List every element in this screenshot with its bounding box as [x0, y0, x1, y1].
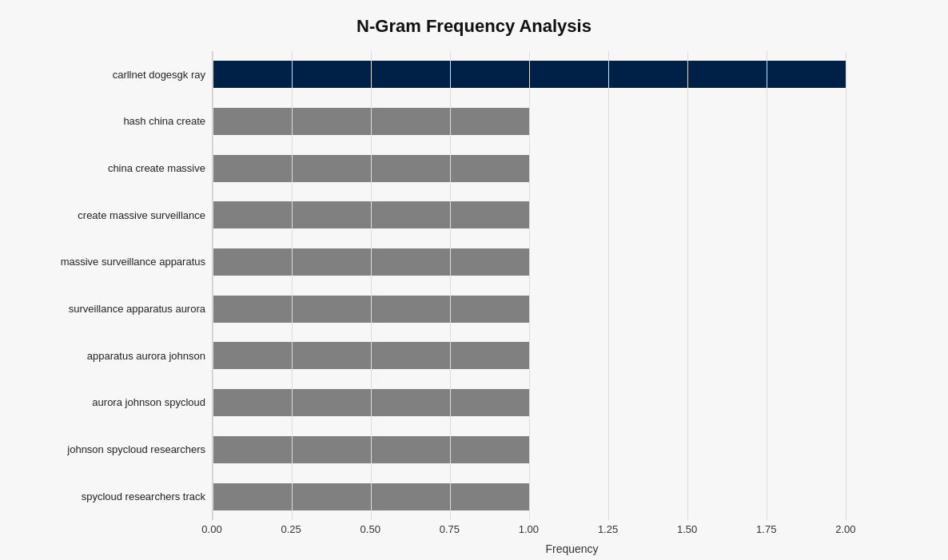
bar [213, 108, 529, 135]
x-tick: 0.75 [440, 523, 460, 535]
x-axis-label: Frequency [212, 542, 932, 555]
x-axis-inner: 0.000.250.500.751.001.251.501.752.00 Fre… [212, 523, 932, 560]
x-tick: 0.25 [281, 523, 301, 535]
bar-row [213, 339, 932, 372]
x-tick: 1.50 [677, 523, 697, 535]
bar [213, 296, 529, 323]
x-tick: 2.00 [835, 523, 855, 535]
y-label: johnson spycloud researchers [16, 443, 205, 456]
chart-container: N-Gram Frequency Analysis carllnet doges… [0, 0, 948, 560]
y-label: massive surveillance apparatus [16, 256, 205, 268]
x-axis-area: 0.000.250.500.751.001.251.501.752.00 Fre… [212, 520, 932, 560]
bar [213, 436, 529, 463]
bar [213, 483, 529, 510]
bar-row [213, 245, 932, 279]
bar-row [213, 58, 932, 91]
y-label: aurora johnson spycloud [16, 396, 205, 409]
bar-row [213, 433, 932, 467]
chart-area: carllnet dogesgk rayhash china createchi… [16, 51, 932, 560]
bars-section: carllnet dogesgk rayhash china createchi… [16, 51, 932, 520]
y-label: spycloud researchers track [16, 490, 205, 503]
x-ticks: 0.000.250.500.751.001.251.501.752.00 [212, 523, 932, 539]
bar [213, 248, 529, 276]
y-labels: carllnet dogesgk rayhash china createchi… [16, 51, 212, 520]
y-label: hash china create [16, 115, 205, 128]
bar [213, 61, 846, 88]
bar-row [213, 198, 932, 232]
bar-row [213, 292, 932, 326]
bar [213, 155, 529, 182]
y-label: surveillance apparatus aurora [16, 303, 205, 316]
x-tick: 1.25 [598, 523, 618, 535]
x-tick: 0.00 [201, 523, 221, 535]
bars-plot [212, 51, 932, 520]
x-tick: 1.75 [756, 523, 776, 535]
x-tick: 0.50 [360, 523, 380, 535]
bar [213, 342, 529, 369]
y-label: china create massive [16, 162, 205, 175]
bar-row [213, 386, 932, 419]
y-label: create massive surveillance [16, 209, 205, 222]
bar-row [213, 480, 932, 514]
y-label: apparatus aurora johnson [16, 350, 205, 363]
y-label: carllnet dogesgk ray [16, 69, 205, 81]
bar-row [213, 105, 932, 138]
chart-title: N-Gram Frequency Analysis [16, 16, 932, 37]
bar-row [213, 152, 932, 185]
x-tick: 1.00 [519, 523, 539, 535]
bar [213, 201, 529, 228]
bar [213, 389, 529, 416]
